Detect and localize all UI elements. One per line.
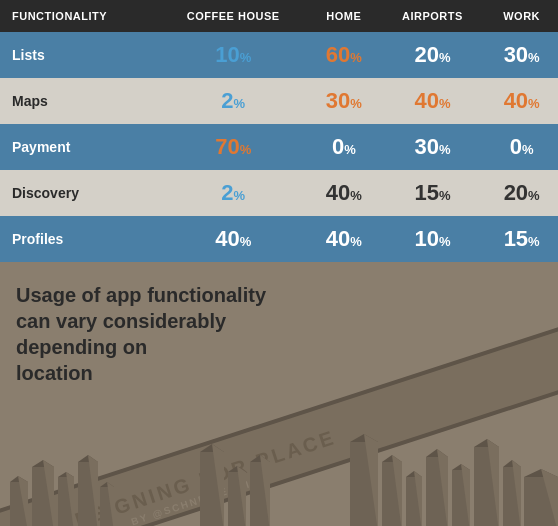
cell-value: 2% — [158, 78, 308, 124]
cell-value: 15% — [485, 216, 558, 262]
cell-value: 30% — [485, 32, 558, 78]
table-row: Profiles 40% 40% 10% 15% — [0, 216, 558, 262]
cell-value: 2% — [158, 170, 308, 216]
cell-value: 20% — [380, 32, 486, 78]
row-label: Payment — [0, 124, 158, 170]
col-header-airports: AIRPORTS — [380, 0, 486, 32]
bottom-section: Usage of app functionality can vary cons… — [0, 262, 558, 526]
top-section: FUNCTIONALITY COFFEE HOUSE HOME AIRPORTS… — [0, 0, 558, 262]
bottom-text: Usage of app functionality can vary cons… — [16, 282, 266, 386]
caption-line1: Usage of app functionality — [16, 282, 266, 308]
data-table: FUNCTIONALITY COFFEE HOUSE HOME AIRPORTS… — [0, 0, 558, 262]
table-row: Payment 70% 0% 30% 0% — [0, 124, 558, 170]
cell-value: 40% — [485, 78, 558, 124]
col-header-functionality: FUNCTIONALITY — [0, 0, 158, 32]
col-header-work: WORK — [485, 0, 558, 32]
row-label: Maps — [0, 78, 158, 124]
cell-value: 70% — [158, 124, 308, 170]
col-header-home: HOME — [308, 0, 380, 32]
cell-value: 40% — [308, 216, 380, 262]
cell-value: 0% — [308, 124, 380, 170]
cell-value: 20% — [485, 170, 558, 216]
cell-value: 30% — [380, 124, 486, 170]
table-row: Lists 10% 60% 20% 30% — [0, 32, 558, 78]
cell-value: 40% — [380, 78, 486, 124]
col-header-coffee: COFFEE HOUSE — [158, 0, 308, 32]
row-label: Profiles — [0, 216, 158, 262]
caption-line4: location — [16, 360, 266, 386]
cell-value: 40% — [308, 170, 380, 216]
cell-value: 10% — [380, 216, 486, 262]
caption-line3: depending on — [16, 334, 266, 360]
table-row: Discovery 2% 40% 15% 20% — [0, 170, 558, 216]
cell-value: 60% — [308, 32, 380, 78]
cell-value: 15% — [380, 170, 486, 216]
cell-value: 40% — [158, 216, 308, 262]
row-label: Lists — [0, 32, 158, 78]
cell-value: 30% — [308, 78, 380, 124]
caption-line2: can vary considerably — [16, 308, 266, 334]
cell-value: 10% — [158, 32, 308, 78]
cell-value: 0% — [485, 124, 558, 170]
table-row: Maps 2% 30% 40% 40% — [0, 78, 558, 124]
row-label: Discovery — [0, 170, 158, 216]
